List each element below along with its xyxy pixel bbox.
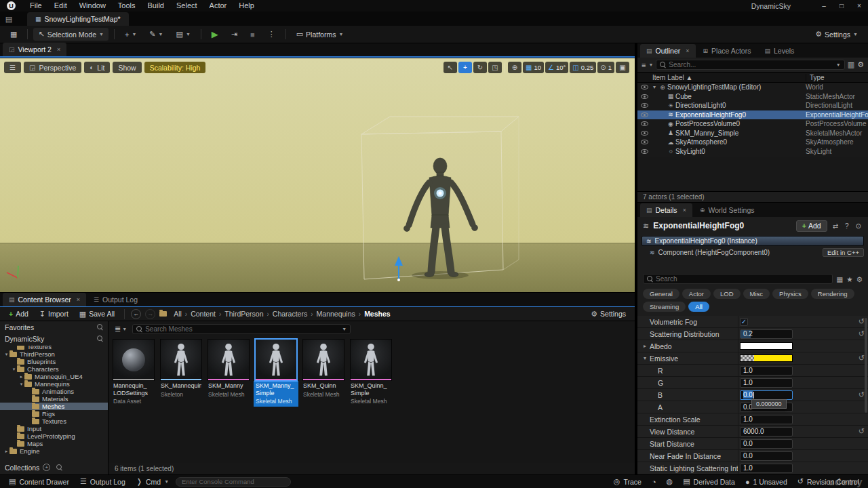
- close-icon[interactable]: ×: [683, 207, 686, 214]
- menu-help[interactable]: Help: [233, 0, 260, 12]
- search-icon[interactable]: [97, 336, 103, 342]
- number-field[interactable]: 1.0: [740, 378, 793, 388]
- outliner-row[interactable]: ▦CubeStaticMeshActor: [637, 92, 868, 102]
- viewport-menu-button[interactable]: ☰: [4, 62, 21, 73]
- instance-header[interactable]: ≋ ExponentialHeightFog0 (Instance): [642, 236, 864, 246]
- category-filter-all[interactable]: All: [688, 302, 709, 312]
- stop-button[interactable]: ■: [245, 28, 260, 41]
- perspective-dropdown[interactable]: ◲Perspective: [24, 62, 81, 73]
- visibility-eye-icon[interactable]: [641, 121, 648, 126]
- item-label-column-header[interactable]: Item Label ▲: [652, 74, 692, 81]
- number-field[interactable]: 0.0: [740, 439, 793, 449]
- tab-levels[interactable]: ▤Levels: [758, 44, 800, 58]
- asset-card[interactable]: SKM_Quinn_SimpleSkeletal Mesh: [349, 339, 393, 407]
- outliner-row[interactable]: ▾⊕SnowyLightingTestMap (Editor)World: [637, 83, 868, 92]
- scale-tool-button[interactable]: ◳: [488, 62, 502, 73]
- folder-tree-item[interactable]: Input: [0, 425, 108, 432]
- menu-tools[interactable]: Tools: [112, 0, 142, 12]
- close-button[interactable]: ×: [850, 0, 868, 12]
- move-tool-button[interactable]: +: [458, 62, 472, 73]
- expander-icon[interactable]: ▸: [3, 449, 9, 454]
- outliner-row[interactable]: ☼SkyLight0SkyLight: [637, 147, 868, 157]
- asset-search-input[interactable]: [145, 325, 339, 333]
- grid-snap-toggle[interactable]: ▦10: [523, 62, 544, 73]
- folder-tree-item[interactable]: Animations: [0, 388, 108, 395]
- asset-card[interactable]: Mannequin_LODSettingsData Asset: [111, 339, 156, 407]
- tab-viewport-2[interactable]: ◲ Viewport 2 ×: [3, 43, 66, 56]
- outliner-row[interactable]: ☀DirectionalLight0DirectionalLight: [637, 101, 868, 110]
- color-swatch[interactable]: [740, 354, 793, 362]
- folder-tree-item[interactable]: Maps: [0, 440, 108, 447]
- number-field[interactable]: 1.0: [740, 415, 793, 424]
- editor-mode-dropdown[interactable]: ↖ Selection Mode ▼: [33, 28, 108, 41]
- number-field[interactable]: 0.2: [740, 329, 793, 339]
- expander-icon[interactable]: ▾: [11, 367, 17, 372]
- add-asset-button[interactable]: +Add: [5, 308, 32, 320]
- add-component-button[interactable]: +Add: [796, 220, 827, 232]
- grid-view-icon[interactable]: ▦: [836, 275, 843, 283]
- help-icon[interactable]: ?: [844, 222, 850, 230]
- scale-snap-value[interactable]: 0.25: [581, 64, 594, 71]
- notifications-button[interactable]: ◍: [663, 476, 677, 487]
- details-search[interactable]: [643, 274, 833, 284]
- close-icon[interactable]: ×: [57, 46, 60, 53]
- reset-to-default-icon[interactable]: ↺: [859, 427, 865, 436]
- close-icon[interactable]: ×: [77, 296, 80, 303]
- menu-actor[interactable]: Actor: [203, 0, 233, 12]
- type-column-header[interactable]: Type: [806, 74, 868, 81]
- expander-icon[interactable]: ▸: [642, 343, 648, 349]
- details-search-input[interactable]: [656, 275, 829, 283]
- back-button[interactable]: ←: [131, 309, 141, 319]
- play-options-button[interactable]: ⋮: [263, 28, 280, 41]
- visibility-eye-icon[interactable]: [641, 85, 648, 89]
- lock-icon[interactable]: ⊙: [854, 222, 863, 230]
- menu-build[interactable]: Build: [142, 0, 170, 12]
- scale-snap-toggle[interactable]: ◫0.25: [570, 62, 596, 73]
- unreal-logo-icon[interactable]: U: [7, 1, 16, 10]
- number-field-editing[interactable]: 0.0: [740, 390, 793, 400]
- expander-icon[interactable]: ▾: [18, 382, 24, 387]
- save-button[interactable]: ▦: [5, 28, 22, 41]
- show-dropdown[interactable]: Show: [113, 62, 141, 73]
- search-icon[interactable]: [56, 464, 62, 470]
- reset-to-default-icon[interactable]: ↺: [859, 390, 865, 399]
- asset-card[interactable]: SK_MannequinSkeleton: [159, 339, 203, 400]
- outliner-search-input[interactable]: [669, 61, 833, 68]
- breadcrumb-item[interactable]: Mannequins: [317, 310, 355, 318]
- tab-details[interactable]: ▤Details×: [640, 203, 692, 217]
- breadcrumb-item[interactable]: All: [174, 310, 182, 318]
- tab-output-log[interactable]: ☰Output Log: [87, 293, 144, 306]
- editor-layout-icon[interactable]: ▤: [0, 12, 18, 26]
- scrollbar[interactable]: [865, 318, 867, 413]
- gear-icon[interactable]: ⚙: [856, 275, 863, 283]
- menu-file[interactable]: File: [24, 0, 48, 12]
- scalability-warning-button[interactable]: Scalability: High: [144, 62, 206, 73]
- folder-tree-item[interactable]: ▸Mannequin_UE4: [0, 373, 108, 380]
- tab-content-browser[interactable]: ▤Content Browser×: [3, 293, 86, 306]
- category-filter-streaming[interactable]: Streaming: [643, 302, 686, 312]
- panel-divider[interactable]: [635, 43, 636, 474]
- outliner-row[interactable]: ☁SkyAtmosphere0SkyAtmosphere: [637, 138, 868, 147]
- import-button[interactable]: ↧Import: [36, 308, 72, 320]
- asset-card[interactable]: SKM_MannySkeletal Mesh: [206, 339, 251, 400]
- grid-snap-value[interactable]: 10: [534, 64, 541, 71]
- outliner-row[interactable]: ♟SKM_Manny_SimpleSkeletalMeshActor: [637, 129, 868, 138]
- menu-edit[interactable]: Edit: [48, 0, 73, 12]
- trace-status-button[interactable]: ◎Trace: [610, 476, 646, 487]
- rotate-tool-button[interactable]: ↻: [473, 62, 487, 73]
- project-root-section[interactable]: DynamicSky: [0, 333, 108, 344]
- folder-tree-item[interactable]: ▾ThirdPerson: [0, 350, 108, 358]
- cmd-dropdown[interactable]: ❭Cmd▼: [132, 476, 173, 487]
- unsaved-button[interactable]: ●1 Unsaved: [741, 476, 791, 487]
- reset-to-default-icon[interactable]: ↺: [859, 354, 865, 363]
- tab-place-actors[interactable]: ⊞Place Actors: [697, 44, 757, 58]
- asset-card[interactable]: SKM_Manny_SimpleSkeletal Mesh: [254, 339, 298, 407]
- tab-world-settings[interactable]: ⊕World Settings: [694, 203, 761, 217]
- breadcrumb-item[interactable]: ThirdPerson: [224, 310, 263, 318]
- expander-icon[interactable]: ▾: [642, 355, 648, 361]
- maximize-button[interactable]: □: [833, 0, 850, 12]
- category-filter-rendering[interactable]: Rendering: [811, 289, 854, 299]
- world-local-toggle[interactable]: ⊕: [508, 62, 521, 73]
- expander-icon[interactable]: ▸: [18, 374, 24, 380]
- add-collection-icon[interactable]: +: [43, 464, 50, 471]
